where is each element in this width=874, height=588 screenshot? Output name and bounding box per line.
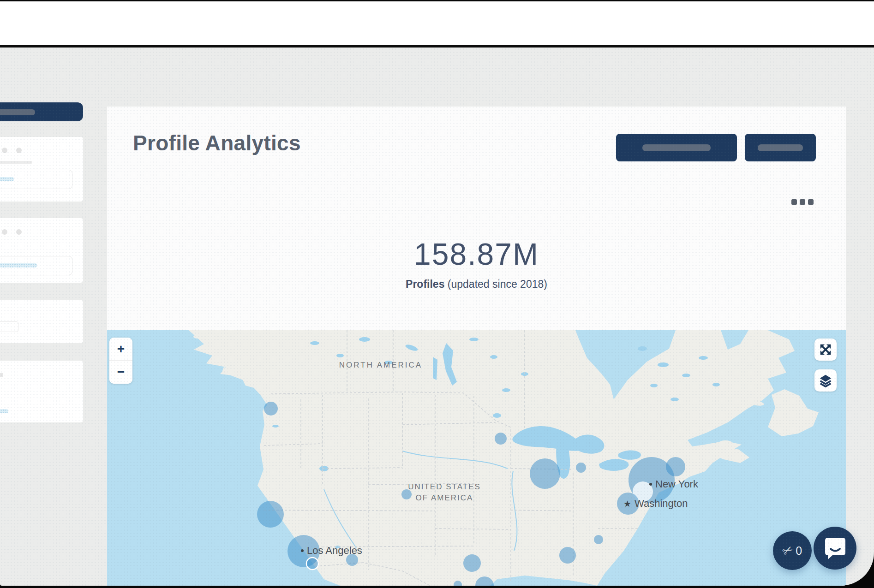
messenger-button[interactable]	[814, 527, 856, 570]
header-secondary-button[interactable]	[745, 134, 816, 161]
city-bubble[interactable]	[530, 458, 560, 489]
browser-topbar	[0, 1, 874, 48]
city-bubble[interactable]	[495, 433, 507, 445]
skeleton-circle	[16, 229, 22, 235]
page-title: Profile Analytics	[133, 131, 301, 155]
map-canvas	[107, 330, 846, 586]
profiles-count-label: Profiles (updated since 2018)	[107, 278, 846, 291]
scissors-icon: ✂	[780, 543, 796, 558]
skeleton-circle	[2, 229, 7, 235]
overflow-menu-icon[interactable]	[791, 199, 814, 205]
zoom-in-button[interactable]: +	[109, 338, 132, 361]
profiles-label-bold: Profiles	[406, 278, 444, 290]
header-divider	[110, 210, 839, 210]
fullscreen-button[interactable]	[814, 339, 837, 361]
city-label: Los Angeles	[301, 545, 362, 557]
sidebar-small-input[interactable]	[0, 321, 18, 332]
messenger-icon	[824, 537, 846, 560]
skeleton-text-blue	[0, 263, 37, 267]
clipboard-counter-button[interactable]: ✂ 0	[773, 531, 812, 570]
city-name: Washington	[635, 498, 688, 510]
layers-icon	[819, 374, 832, 387]
country-label: UNITED STATES OF AMERICA	[375, 481, 514, 504]
sidebar-card	[0, 361, 83, 422]
city-bubble[interactable]	[666, 457, 685, 476]
skeleton-bar	[0, 161, 32, 164]
city-label: New York	[649, 478, 698, 490]
city-bubble[interactable]	[264, 402, 278, 416]
profiles-map[interactable]: NORTH AMERICA UNITED STATES OF AMERICA N…	[107, 330, 846, 586]
sidebar-card	[0, 137, 83, 202]
sidebar-primary-button-placeholder	[0, 109, 35, 115]
city-bubble[interactable]	[463, 554, 481, 572]
city-name: New York	[655, 478, 698, 490]
profile-analytics-panel: Profile Analytics 158.87M Profiles (upda…	[107, 107, 846, 586]
layers-button[interactable]	[814, 369, 837, 392]
city-bubble[interactable]	[576, 463, 586, 473]
zoom-out-button[interactable]: −	[109, 361, 132, 384]
app-screen: Profile Analytics 158.87M Profiles (upda…	[0, 1, 874, 586]
country-label-line1: UNITED STATES	[375, 481, 514, 493]
city-dot-icon	[649, 483, 652, 486]
skeleton-text-blue	[0, 177, 14, 181]
map-zoom-control: + −	[109, 338, 132, 384]
city-bubble[interactable]	[594, 535, 603, 544]
capital-star-icon: ★	[623, 499, 631, 508]
button-label-placeholder	[642, 144, 711, 151]
landmass	[189, 330, 819, 586]
city-bubble[interactable]	[559, 547, 576, 564]
continent-label: NORTH AMERICA	[288, 361, 473, 370]
clip-count: 0	[796, 544, 802, 558]
city-name: Los Angeles	[307, 545, 362, 557]
country-label-line2: OF AMERICA	[375, 493, 514, 504]
city-bubble[interactable]	[306, 558, 318, 570]
skeleton-circle	[16, 148, 22, 153]
profiles-label-rest: (updated since 2018)	[444, 278, 547, 290]
city-bubble[interactable]	[257, 501, 284, 528]
city-dot-icon	[301, 549, 304, 552]
profiles-count: 158.87M	[107, 237, 846, 272]
button-label-placeholder	[758, 144, 803, 151]
header-primary-button[interactable]	[616, 134, 737, 161]
skeleton-square	[0, 373, 3, 377]
skeleton-text-blue	[0, 409, 8, 413]
skeleton-circle	[2, 148, 7, 153]
city-label: ★Washington	[623, 498, 688, 510]
fullscreen-icon	[819, 343, 832, 356]
